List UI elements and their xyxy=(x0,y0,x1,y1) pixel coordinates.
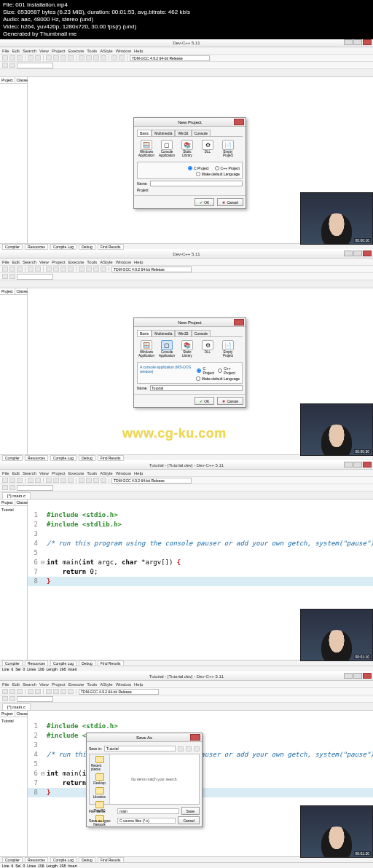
toolbar-button[interactable] xyxy=(68,689,74,694)
menu-execute[interactable]: Execute xyxy=(68,682,85,687)
toolbar-button[interactable] xyxy=(35,55,41,60)
place-desktop[interactable]: Desktop xyxy=(91,773,108,785)
radio-cpp-project[interactable]: C++ Project xyxy=(218,366,240,375)
ok-button[interactable]: OK xyxy=(195,397,214,405)
tab-compile-log[interactable]: Compile Log xyxy=(50,244,76,250)
menu-tools[interactable]: Tools xyxy=(87,682,97,687)
toolbar-button[interactable] xyxy=(86,478,92,483)
toolbar-button[interactable] xyxy=(79,478,85,483)
toolbar-button[interactable] xyxy=(60,689,66,694)
toolbar-button[interactable] xyxy=(46,478,52,483)
side-tab-project[interactable]: Project xyxy=(0,711,15,717)
toolbar-button[interactable] xyxy=(60,478,66,483)
radio-c-project[interactable]: C Project xyxy=(188,166,209,170)
filename-input[interactable]: main xyxy=(117,808,179,814)
nav-back-button[interactable] xyxy=(178,746,184,751)
menu-astyle[interactable]: AStyle xyxy=(100,682,112,687)
cancel-button[interactable]: Cancel xyxy=(217,397,243,405)
compiler-combo[interactable]: TDM-GCC 4.9.2 64-bit Release xyxy=(111,267,192,272)
tab-find-results[interactable]: Find Results xyxy=(98,244,124,250)
radio-c-project[interactable]: C Project xyxy=(197,366,215,375)
toolbar-button[interactable] xyxy=(53,689,59,694)
tab-compiler[interactable]: Compiler xyxy=(2,660,23,666)
tab-compile-log[interactable]: Compile Log xyxy=(50,455,76,461)
toolbar-button[interactable] xyxy=(9,478,15,483)
toolbar-button[interactable] xyxy=(68,55,74,60)
toolbar-button[interactable] xyxy=(86,267,92,272)
toolbar-button[interactable] xyxy=(9,63,15,68)
menu-project[interactable]: Project xyxy=(52,682,66,687)
menu-project[interactable]: Project xyxy=(52,260,66,264)
toolbar-button[interactable] xyxy=(93,478,99,483)
radio-cpp-project[interactable]: C++ Project xyxy=(215,166,240,170)
ok-button[interactable]: OK xyxy=(195,198,214,206)
tab-compiler[interactable]: Compiler xyxy=(2,455,23,461)
dialog-tab-basic[interactable]: Basic xyxy=(137,130,152,136)
menu-view[interactable]: View xyxy=(39,471,49,476)
toolbar-button[interactable] xyxy=(101,478,106,483)
toolbar-button[interactable] xyxy=(17,267,23,272)
check-make-default[interactable]: Make default Language xyxy=(140,376,240,381)
toolbar-button[interactable] xyxy=(9,267,15,272)
toolbar-button[interactable] xyxy=(28,55,34,60)
compiler-combo[interactable]: TDM-GCC 4.9.2 64-bit Release xyxy=(79,689,159,695)
toolbar-button[interactable] xyxy=(53,267,59,272)
toolbar-button[interactable] xyxy=(2,63,8,68)
toolbar-button[interactable] xyxy=(53,55,59,60)
goto-combo[interactable] xyxy=(17,274,53,280)
dialog-tab-multimedia[interactable]: Multimedia xyxy=(152,130,175,136)
filetype-combo[interactable]: C source files (*.c) xyxy=(117,818,176,824)
toolbar-button[interactable] xyxy=(119,55,125,60)
side-tab-project[interactable]: Project xyxy=(0,77,15,83)
project-name-input[interactable] xyxy=(150,385,243,391)
menu-window[interactable]: Window xyxy=(116,682,131,687)
proj-type-empty[interactable]: 📄Empty Project xyxy=(220,340,236,358)
tab-find-results[interactable]: Find Results xyxy=(98,857,124,863)
toolbar-button[interactable] xyxy=(28,478,34,483)
toolbar-button[interactable] xyxy=(79,267,85,272)
dialog-close-button[interactable] xyxy=(234,119,244,125)
check-make-default[interactable]: Make default Language xyxy=(140,172,240,176)
menu-help[interactable]: Help xyxy=(134,49,143,53)
side-tab-project[interactable]: Project xyxy=(0,500,15,505)
maximize-button[interactable] xyxy=(353,39,362,45)
cancel-button[interactable]: Cancel xyxy=(178,816,200,824)
minimize-button[interactable] xyxy=(344,250,353,256)
menu-file[interactable]: File xyxy=(2,682,9,687)
dialog-tab-multimedia[interactable]: Multimedia xyxy=(152,330,175,336)
toolbar-button[interactable] xyxy=(2,696,8,701)
menu-astyle[interactable]: AStyle xyxy=(100,260,112,264)
editor-tab[interactable]: [*] main.c xyxy=(2,492,31,499)
tab-resources[interactable]: Resources xyxy=(25,244,48,250)
menu-astyle[interactable]: AStyle xyxy=(100,471,112,476)
place-recent[interactable]: Recent places xyxy=(91,756,108,771)
menu-search[interactable]: Search xyxy=(23,260,36,264)
tab-resources[interactable]: Resources xyxy=(25,660,48,666)
menu-tools[interactable]: Tools xyxy=(87,260,97,264)
toolbar-button[interactable] xyxy=(101,267,106,272)
menu-edit[interactable]: Edit xyxy=(12,260,20,264)
tab-compiler[interactable]: Compiler xyxy=(2,857,23,863)
cancel-button[interactable]: Cancel xyxy=(217,198,243,206)
tab-compile-log[interactable]: Compile Log xyxy=(50,857,76,863)
menu-execute[interactable]: Execute xyxy=(68,260,85,264)
tab-debug[interactable]: Debug xyxy=(79,455,95,461)
dialog-close-button[interactable] xyxy=(190,734,200,741)
dialog-tab-win32[interactable]: Win32 xyxy=(175,330,191,336)
toolbar-button[interactable] xyxy=(111,55,117,60)
menu-project[interactable]: Project xyxy=(52,49,66,53)
toolbar-button[interactable] xyxy=(86,55,92,60)
toolbar-button[interactable] xyxy=(9,696,15,701)
goto-combo[interactable] xyxy=(17,485,53,491)
proj-type-static-lib[interactable]: 📚Static Library xyxy=(179,140,195,157)
toolbar-button[interactable] xyxy=(35,267,41,272)
maximize-button[interactable] xyxy=(353,462,362,467)
toolbar-button[interactable] xyxy=(93,55,99,60)
goto-combo[interactable] xyxy=(17,63,53,68)
proj-type-console-app[interactable]: ▢Console Application xyxy=(159,140,175,157)
toolbar-button[interactable] xyxy=(2,55,8,60)
tab-debug[interactable]: Debug xyxy=(79,244,95,250)
menu-file[interactable]: File xyxy=(2,471,9,476)
menu-window[interactable]: Window xyxy=(116,49,131,53)
menu-search[interactable]: Search xyxy=(23,471,36,476)
